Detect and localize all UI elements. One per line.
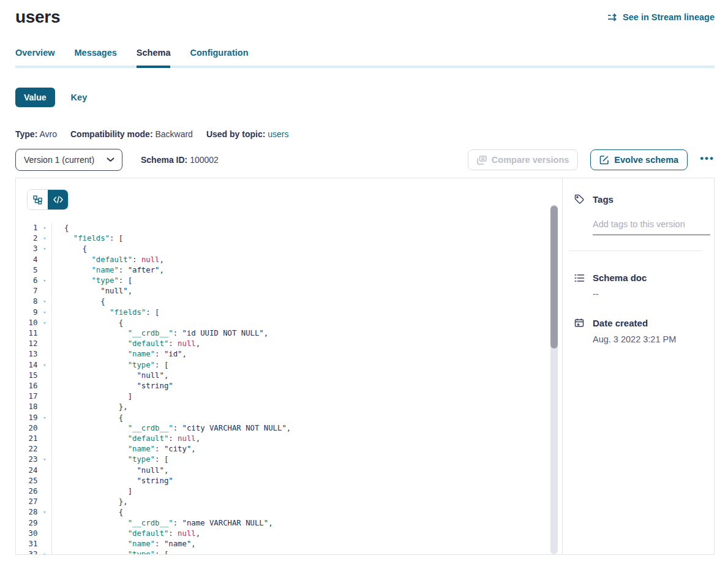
code-text: "name": "city", — [52, 444, 196, 454]
gutter: 11 — [16, 328, 52, 339]
tab-overview[interactable]: Overview — [15, 48, 55, 66]
fold-spacer — [37, 529, 51, 539]
fold-toggle-icon[interactable]: ▾ — [37, 296, 51, 307]
view-toggle — [27, 189, 69, 210]
line-number: 17 — [16, 391, 37, 402]
stream-lineage-icon — [607, 13, 618, 21]
fold-spacer — [37, 486, 51, 497]
calendar-plus-icon — [574, 318, 585, 328]
code-line: 9▾ "fields": [ — [16, 307, 562, 318]
fold-spacer — [37, 423, 51, 434]
fold-toggle-icon[interactable]: ▾ — [37, 549, 51, 555]
gutter: 7 — [16, 286, 52, 296]
line-number: 28 — [16, 507, 37, 518]
line-number: 24 — [16, 465, 37, 476]
fold-spacer — [37, 371, 51, 381]
sidebar-divider — [569, 250, 702, 251]
list-icon — [574, 274, 585, 282]
gutter: 19▾ — [16, 413, 52, 423]
fold-toggle-icon[interactable]: ▾ — [37, 244, 51, 254]
editor-scrollbar-thumb[interactable] — [550, 206, 558, 348]
code-text: "fields": [ — [52, 233, 123, 244]
gutter: 8▾ — [16, 296, 52, 307]
tree-view-icon — [33, 195, 42, 205]
fold-spacer — [37, 402, 51, 412]
code-text: "null", — [52, 465, 168, 476]
gutter: 9▾ — [16, 307, 52, 318]
evolve-schema-button[interactable]: Evolve schema — [590, 149, 688, 170]
code-line: 31 "name": "name", — [16, 539, 562, 549]
fold-toggle-icon[interactable]: ▾ — [37, 223, 51, 233]
code-line: 14▾ "type": [ — [16, 360, 562, 371]
tab-schema[interactable]: Schema — [137, 48, 171, 68]
fold-spacer — [37, 539, 51, 549]
gutter: 26 — [16, 486, 52, 497]
code-line: 5 "name": "after", — [16, 265, 562, 276]
code-line: 15 "null", — [16, 371, 562, 381]
gutter: 28▾ — [16, 507, 52, 518]
code-lines: 1▾{2▾ "fields": [3▾ {4 "default": null,5… — [16, 223, 562, 555]
code-line: 2▾ "fields": [ — [16, 233, 562, 244]
fold-spacer — [37, 476, 51, 486]
gutter: 15 — [16, 371, 52, 381]
compare-versions-button[interactable]: Compare versions — [468, 149, 579, 170]
code-text: { — [52, 507, 123, 518]
gutter: 16 — [16, 381, 52, 391]
gutter: 2▾ — [16, 233, 52, 244]
gutter: 14▾ — [16, 360, 52, 371]
code-view-button[interactable] — [48, 190, 68, 209]
fold-toggle-icon[interactable]: ▾ — [37, 454, 51, 465]
code-text: { — [52, 413, 123, 423]
gutter: 20 — [16, 423, 52, 434]
fold-toggle-icon[interactable]: ▾ — [37, 413, 51, 423]
schema-doc-section: Schema doc -- — [574, 273, 702, 299]
line-number: 20 — [16, 423, 37, 434]
line-number: 1 — [16, 223, 37, 233]
code-view-icon — [53, 196, 63, 203]
code-text: }, — [52, 497, 128, 507]
line-number: 29 — [16, 518, 37, 529]
fold-toggle-icon[interactable]: ▾ — [37, 318, 51, 328]
fold-toggle-icon[interactable]: ▾ — [37, 507, 51, 518]
fold-toggle-icon[interactable]: ▾ — [37, 276, 51, 286]
line-number: 8 — [16, 296, 37, 307]
code-line: 32▾ "type": [ — [16, 549, 562, 555]
line-number: 21 — [16, 434, 37, 444]
see-in-stream-lineage-link[interactable]: See in Stream lineage — [607, 12, 715, 22]
code-line: 1▾{ — [16, 223, 562, 233]
tab-configuration[interactable]: Configuration — [190, 48, 248, 66]
fold-toggle-icon[interactable]: ▾ — [37, 307, 51, 318]
more-actions-menu-button[interactable]: ••• — [700, 153, 715, 167]
topic-link[interactable]: users — [268, 129, 288, 139]
editor-scrollbar[interactable] — [550, 205, 558, 554]
value-toggle-button[interactable]: Value — [15, 88, 55, 107]
gutter: 1▾ — [16, 223, 52, 233]
code-line: 23▾ "type": [ — [16, 454, 562, 465]
add-tags-input[interactable] — [593, 219, 710, 235]
fold-spacer — [37, 381, 51, 391]
code-text: "__crdb__": "city VARCHAR NOT NULL", — [52, 423, 291, 434]
tab-messages[interactable]: Messages — [75, 48, 117, 66]
key-toggle-button[interactable]: Key — [71, 92, 88, 102]
date-created-title: Date created — [593, 318, 648, 328]
code-text: "name": "after", — [52, 265, 164, 276]
gutter: 21 — [16, 434, 52, 444]
code-line: 12 "default": null, — [16, 339, 562, 349]
used-by-topic: Used by topic: users — [206, 129, 289, 139]
fold-spacer — [37, 391, 51, 402]
tree-view-button[interactable] — [28, 190, 48, 209]
line-number: 7 — [16, 286, 37, 296]
fold-toggle-icon[interactable]: ▾ — [37, 233, 51, 244]
fold-spacer — [37, 339, 51, 349]
chevron-down-icon — [107, 157, 114, 162]
gutter: 31 — [16, 539, 52, 549]
fold-toggle-icon[interactable]: ▾ — [37, 360, 51, 371]
version-bar: Version 1 (current) Schema ID: 100002 Co… — [15, 149, 715, 171]
version-select[interactable]: Version 1 (current) — [15, 149, 122, 171]
line-number: 22 — [16, 444, 37, 454]
edit-schema-icon — [599, 155, 609, 165]
schema-details-sidebar: Tags Schema doc -- — [563, 178, 715, 555]
code-line: 25 "string" — [16, 476, 562, 486]
code-text: "__crdb__": "name VARCHAR NULL", — [52, 518, 273, 529]
gutter: 3▾ — [16, 244, 52, 254]
